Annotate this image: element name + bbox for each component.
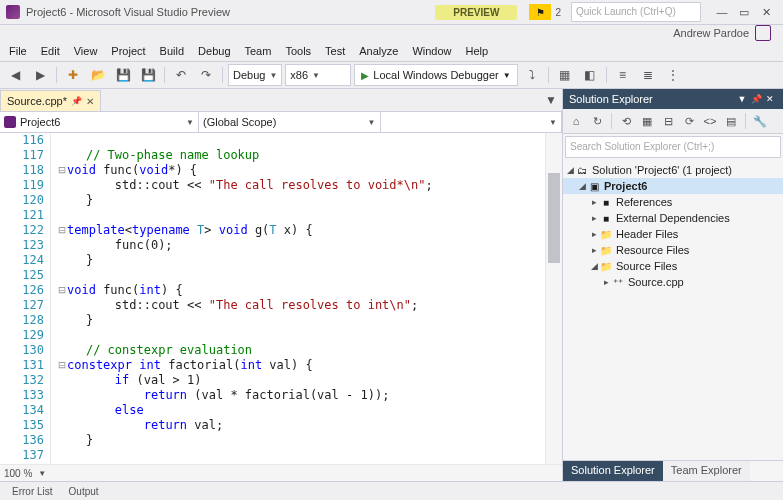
tab-label: Source.cpp*: [7, 95, 67, 107]
folder-icon: 📁: [599, 259, 613, 273]
se-refresh-icon[interactable]: ⟳: [680, 112, 698, 130]
tool-icon-4[interactable]: ≣: [637, 64, 659, 86]
restore-button[interactable]: ▭: [733, 2, 755, 22]
zoom-level[interactable]: 100 %: [0, 468, 36, 479]
notification-flag-icon[interactable]: ⚑: [529, 4, 551, 20]
bottom-tab-error-list[interactable]: Error List: [4, 484, 61, 499]
titlebar: Project6 - Microsoft Visual Studio Previ…: [0, 0, 783, 25]
menu-analyze[interactable]: Analyze: [352, 43, 405, 59]
se-wrench-icon[interactable]: 🔧: [751, 112, 769, 130]
tool-icon-3[interactable]: ≡: [612, 64, 634, 86]
minimize-button[interactable]: —: [711, 2, 733, 22]
se-toolbar: ⌂ ↻ ⟲ ▦ ⊟ ⟳ <> ▤ 🔧: [563, 109, 783, 134]
folder-icon: ■: [599, 195, 613, 209]
document-tabs: Source.cpp* 📌 ✕ ▼: [0, 89, 562, 111]
redo-button[interactable]: ↷: [195, 64, 217, 86]
project-node[interactable]: ◢▣ Project6: [563, 178, 783, 194]
se-pin-icon[interactable]: 📌: [749, 92, 763, 106]
bottom-tool-tabs: Error ListOutput: [0, 481, 783, 500]
close-button[interactable]: ✕: [755, 2, 777, 22]
project-icon: [4, 116, 16, 128]
tool-icon-2[interactable]: ◧: [579, 64, 601, 86]
save-all-button[interactable]: 💾: [137, 64, 159, 86]
tab-dropdown-button[interactable]: ▼: [540, 89, 562, 111]
open-file-button[interactable]: 📂: [87, 64, 109, 86]
window-title: Project6 - Microsoft Visual Studio Previ…: [26, 6, 230, 18]
tab-close-icon[interactable]: ✕: [86, 96, 94, 107]
toolbar: ◀ ▶ ✚ 📂 💾 💾 ↶ ↷ Debug▼ x86▼ ▶Local Windo…: [0, 62, 783, 89]
new-project-button[interactable]: ✚: [62, 64, 84, 86]
solution-node[interactable]: ◢🗂 Solution 'Project6' (1 project): [563, 162, 783, 178]
se-tabstrip: Solution Explorer Team Explorer: [563, 460, 783, 481]
folder-icon: ■: [599, 211, 613, 225]
folder-external-dependencies[interactable]: ▸■External Dependencies: [563, 210, 783, 226]
platform-combo[interactable]: x86▼: [285, 64, 351, 86]
bottom-tab-output[interactable]: Output: [61, 484, 107, 499]
horizontal-scrollbar[interactable]: 100 % ▼: [0, 464, 562, 481]
vs-logo-icon: [6, 5, 20, 19]
menu-view[interactable]: View: [67, 43, 105, 59]
notification-count[interactable]: 2: [555, 7, 561, 18]
folder-source-files[interactable]: ◢📁Source Files: [563, 258, 783, 274]
file-source-cpp[interactable]: ▸⁺⁺Source.cpp: [563, 274, 783, 290]
menubar: FileEditViewProjectBuildDebugTeamToolsTe…: [0, 41, 783, 62]
se-properties-icon[interactable]: <>: [701, 112, 719, 130]
folder-header-files[interactable]: ▸📁Header Files: [563, 226, 783, 242]
menu-edit[interactable]: Edit: [34, 43, 67, 59]
tool-icon-1[interactable]: ▦: [554, 64, 576, 86]
code-editor[interactable]: // Two-phase name lookup⊟void func(void*…: [51, 133, 545, 464]
undo-button[interactable]: ↶: [170, 64, 192, 86]
config-combo[interactable]: Debug▼: [228, 64, 282, 86]
pin-icon[interactable]: 📌: [71, 96, 82, 106]
se-home-icon[interactable]: ⌂: [567, 112, 585, 130]
user-avatar-icon[interactable]: [755, 25, 771, 41]
folder-icon: 📁: [599, 243, 613, 257]
cpp-file-icon: ⁺⁺: [611, 275, 625, 289]
line-gutter: 1161171181191201211221231241251261271281…: [0, 133, 51, 464]
se-dropdown-icon[interactable]: ▼: [735, 92, 749, 106]
tool-icon-5[interactable]: ⋮: [662, 64, 684, 86]
menu-file[interactable]: File: [2, 43, 34, 59]
menu-project[interactable]: Project: [104, 43, 152, 59]
folder-references[interactable]: ▸■References: [563, 194, 783, 210]
menu-build[interactable]: Build: [153, 43, 191, 59]
folder-resource-files[interactable]: ▸📁Resource Files: [563, 242, 783, 258]
user-name[interactable]: Andrew Pardoe: [673, 27, 749, 39]
se-close-icon[interactable]: ✕: [763, 92, 777, 106]
se-sync-icon[interactable]: ⟲: [617, 112, 635, 130]
nav-project-combo[interactable]: Project6▼: [0, 112, 199, 132]
se-collapse-icon[interactable]: ⊟: [659, 112, 677, 130]
menu-window[interactable]: Window: [405, 43, 458, 59]
project-icon: ▣: [587, 179, 601, 193]
nav-back-button[interactable]: ◀: [4, 64, 26, 86]
start-debug-button[interactable]: ▶Local Windows Debugger▼: [354, 64, 517, 86]
se-search-input[interactable]: Search Solution Explorer (Ctrl+;): [565, 136, 781, 158]
menu-team[interactable]: Team: [238, 43, 279, 59]
step-button[interactable]: ⤵: [521, 64, 543, 86]
tab-solution-explorer[interactable]: Solution Explorer: [563, 461, 663, 481]
solution-tree: ◢🗂 Solution 'Project6' (1 project) ◢▣ Pr…: [563, 160, 783, 460]
menu-tools[interactable]: Tools: [278, 43, 318, 59]
solution-explorer-pane: Solution Explorer ▼ 📌 ✕ ⌂ ↻ ⟲ ▦ ⊟ ⟳ <> ▤…: [562, 89, 783, 481]
solution-icon: 🗂: [575, 163, 589, 177]
editor-pane: Source.cpp* 📌 ✕ ▼ Project6▼ (Global Scop…: [0, 89, 562, 481]
navigation-bar: Project6▼ (Global Scope)▼ ▼: [0, 111, 562, 133]
se-preview-icon[interactable]: ▤: [722, 112, 740, 130]
folder-icon: 📁: [599, 227, 613, 241]
preview-badge: PREVIEW: [435, 5, 517, 20]
tab-team-explorer[interactable]: Team Explorer: [663, 461, 750, 481]
save-button[interactable]: 💾: [112, 64, 134, 86]
vertical-scrollbar[interactable]: [545, 133, 562, 464]
se-pending-icon[interactable]: ↻: [588, 112, 606, 130]
tab-source-cpp[interactable]: Source.cpp* 📌 ✕: [0, 90, 101, 111]
se-showall-icon[interactable]: ▦: [638, 112, 656, 130]
nav-member-combo[interactable]: ▼: [381, 112, 563, 132]
quick-launch-input[interactable]: Quick Launch (Ctrl+Q): [571, 2, 701, 22]
nav-forward-button[interactable]: ▶: [29, 64, 51, 86]
nav-scope-combo[interactable]: (Global Scope)▼: [199, 112, 381, 132]
menu-test[interactable]: Test: [318, 43, 352, 59]
menu-help[interactable]: Help: [459, 43, 496, 59]
menu-debug[interactable]: Debug: [191, 43, 237, 59]
solution-explorer-title: Solution Explorer ▼ 📌 ✕: [563, 89, 783, 109]
